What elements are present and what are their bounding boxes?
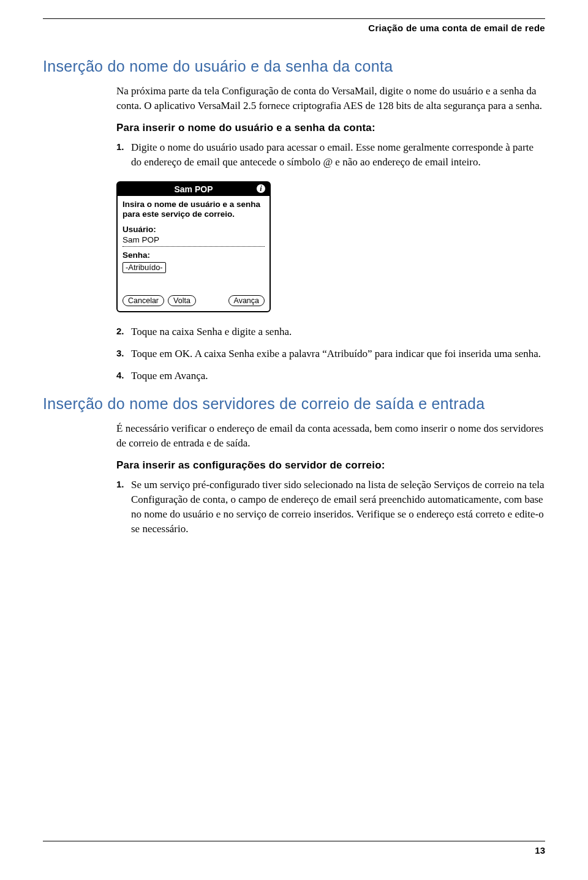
senha-label: Senha: <box>123 250 265 261</box>
device-instruction: Insira o nome de usuário e a senha para … <box>123 200 265 220</box>
info-icon[interactable]: i <box>256 184 266 194</box>
header-rule <box>43 18 545 19</box>
section2-para1: É necessário verificar o endereço de ema… <box>116 421 545 451</box>
back-button[interactable]: Volta <box>168 295 196 306</box>
section2-subhead: Para inserir as configurações do servido… <box>116 459 545 472</box>
section-title-insercao-nome: Inserção do nome do usuário e da senha d… <box>43 58 545 75</box>
section1-step2: 2. Toque na caixa Senha e digite a senha… <box>116 325 545 339</box>
section1-step1-text: Digite o nome do usuário usado para aces… <box>131 141 533 168</box>
usuario-field[interactable]: Sam POP <box>123 235 265 247</box>
step-number-2: 2. <box>116 325 124 337</box>
section1-subhead: Para inserir o nome do usuário e a senha… <box>116 122 545 134</box>
next-button[interactable]: Avança <box>228 295 265 306</box>
device-screenshot: Sam POP i Insira o nome de usuário e a s… <box>116 181 271 313</box>
device-titlebar: Sam POP i <box>118 182 270 196</box>
section1-step2-text: Toque na caixa Senha e digite a senha. <box>131 326 292 337</box>
usuario-label: Usuário: <box>123 225 265 235</box>
section2-step1: 1. Se um serviço pré-configurado tiver s… <box>116 478 545 537</box>
section1-step3-text: Toque em OK. A caixa Senha exibe a palav… <box>131 348 541 359</box>
section1-step4-text: Toque em Avança. <box>131 370 208 382</box>
section1-step1: 1. Digite o nome do usuário usado para a… <box>116 140 545 170</box>
section2-step1-text: Se um serviço pré-configurado tiver sido… <box>131 479 545 535</box>
step-number-3: 3. <box>116 347 124 359</box>
section1-para1: Na próxima parte da tela Configuração de… <box>116 84 545 113</box>
footer-rule <box>43 841 545 841</box>
section1-step3: 3. Toque em OK. A caixa Senha exibe a pa… <box>116 347 545 361</box>
device-title: Sam POP <box>174 184 213 194</box>
step-number-1b: 1. <box>116 478 124 491</box>
section-title-servidores: Inserção do nome dos servidores de corre… <box>43 395 545 413</box>
page-number: 13 <box>43 845 545 856</box>
cancel-button[interactable]: Cancelar <box>123 295 164 306</box>
running-header: Criação de uma conta de email de rede <box>43 23 545 33</box>
section1-step4: 4. Toque em Avança. <box>116 369 545 383</box>
senha-field[interactable]: -Atribuído- <box>123 262 166 273</box>
step-number-4: 4. <box>116 369 124 382</box>
step-number-1: 1. <box>116 140 124 153</box>
